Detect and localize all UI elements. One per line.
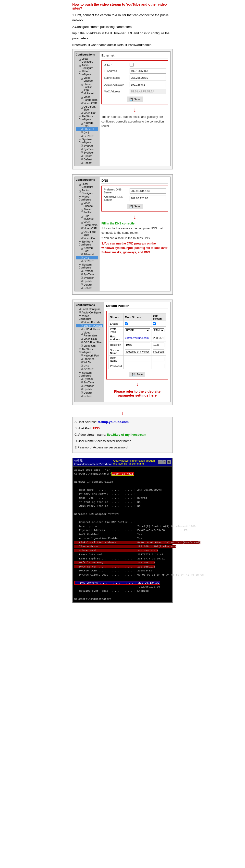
sidebar-item-default1[interactable]: ☑Default bbox=[76, 158, 98, 161]
ip-input[interactable] bbox=[130, 68, 166, 73]
s3-ethernet[interactable]: ☑Ethernet bbox=[76, 357, 103, 361]
s3-video-cat[interactable]: ▼ Video Configure bbox=[76, 314, 103, 320]
s2-encode[interactable]: ☑Video Encode bbox=[76, 201, 98, 208]
s3-syscfg-cat[interactable]: ▼ System Configure bbox=[76, 371, 103, 377]
sidebar-item-rtp1[interactable]: ☑RTP Multicast bbox=[76, 89, 98, 95]
password-main-input[interactable] bbox=[125, 364, 150, 368]
dhcp-checkbox[interactable] bbox=[130, 63, 134, 67]
sidebar-item-audio[interactable]: ☑Audio Configure bbox=[76, 63, 98, 70]
port-main-input[interactable] bbox=[125, 343, 150, 347]
s2-ethernet[interactable]: ☑Ethernet bbox=[76, 253, 98, 256]
s3-dns[interactable]: ☑DNS bbox=[76, 364, 103, 368]
s2-gb[interactable]: ☑GB28181 bbox=[76, 259, 98, 263]
streamname-sub-input[interactable] bbox=[153, 349, 164, 354]
table-row: User Name bbox=[109, 355, 166, 363]
sidebar-item-netport1[interactable]: ☑Network Port bbox=[76, 121, 98, 127]
alt-dns-input[interactable] bbox=[130, 196, 166, 201]
sidebar-item-osd1[interactable]: ☑Video OSD bbox=[76, 101, 98, 105]
username-sub-input[interactable] bbox=[153, 357, 164, 361]
s3-audio[interactable]: ☑Audio Configure bbox=[76, 311, 103, 314]
sidebar-item-gb1[interactable]: ☑GB28181 bbox=[76, 134, 98, 138]
s3-local[interactable]: ☑Local Configure bbox=[76, 307, 103, 311]
s2-systime[interactable]: ☑SysTime bbox=[76, 273, 98, 276]
arrow-down-4: ↓ bbox=[72, 410, 173, 416]
s3-reboot[interactable]: ☑Reboot bbox=[76, 394, 103, 398]
s3-osd[interactable]: ☑Video OSD bbox=[76, 337, 103, 341]
save-button-2[interactable]: 💾 Save bbox=[127, 204, 143, 209]
sidebar-item-vidparam1[interactable]: ☑Video Parameters bbox=[76, 95, 98, 101]
s2-osd[interactable]: ☑Video OSD bbox=[76, 227, 98, 230]
s2-stream[interactable]: ☑Stream Publish bbox=[76, 208, 98, 214]
sidebar-item-osdfs1[interactable]: ☑OSD Font Size bbox=[76, 105, 98, 111]
s3-network-cat[interactable]: ▼ NetWork Configure bbox=[76, 347, 103, 354]
sidebar-item-systime1[interactable]: ☑SysTime bbox=[76, 148, 98, 151]
save-button-1[interactable]: 💾 Save bbox=[127, 97, 143, 102]
sidebar-item-network-cat1[interactable]: ▼ NetWork Configure bbox=[76, 115, 98, 121]
checkbox-icon: ☑ bbox=[81, 106, 83, 109]
password-sub-input[interactable] bbox=[153, 364, 164, 368]
pref-dns-input[interactable] bbox=[130, 188, 166, 194]
s2-local[interactable]: ☑Local Configure bbox=[76, 182, 98, 188]
s3-vidparam[interactable]: ☑Video Parameters bbox=[76, 331, 103, 337]
s3-netport[interactable]: ☑Network Port bbox=[76, 354, 103, 357]
s3-systime[interactable]: ☑SysTime bbox=[76, 381, 103, 384]
sidebar-item-syscfg-cat1[interactable]: ▼ System Configure bbox=[76, 138, 98, 144]
cmd-minimize-btn[interactable]: _ bbox=[158, 460, 162, 464]
sidebar-item-dns-side1[interactable]: ☑DNS bbox=[76, 131, 98, 134]
sidebar-item-local[interactable]: ☑Local Configure bbox=[76, 57, 98, 63]
refer-text: Please refer to the video site parameter… bbox=[106, 390, 168, 397]
s2-rtp[interactable]: ☑RTP Multicast bbox=[76, 214, 98, 220]
proto-sub-select[interactable]: RTMP bbox=[153, 329, 164, 332]
s3-systattr[interactable]: ☑SystAttr bbox=[76, 377, 103, 381]
s3-rtp[interactable]: ☑RTP Multicast bbox=[76, 328, 103, 331]
streamname-main-input[interactable] bbox=[125, 349, 150, 354]
s3-default[interactable]: ☑Default bbox=[76, 391, 103, 394]
cmd-maximize-btn[interactable]: □ bbox=[162, 460, 166, 464]
cmd-line: IP Routing Enabled. . . . . . . . : No bbox=[74, 500, 171, 504]
port-sub-input[interactable] bbox=[153, 343, 164, 347]
save-button-3[interactable]: 💾 Save bbox=[129, 372, 145, 377]
sidebar-1: Configurations ☑Local Configure ☑Audio C… bbox=[75, 52, 100, 166]
proto-main-select[interactable]: RTMP bbox=[125, 329, 150, 332]
s3-gb[interactable]: ☑GB28181 bbox=[76, 368, 103, 371]
s2-vidout[interactable]: ☑Video Out bbox=[76, 237, 98, 240]
cmd-close-btn[interactable]: ✕ bbox=[167, 460, 171, 464]
sidebar-item-stream1[interactable]: ☑Stream Publish bbox=[76, 83, 98, 89]
s2-syscfg-cat[interactable]: ▼ System Configure bbox=[76, 263, 98, 269]
sidebar-item-encode[interactable]: ☑Video Encode bbox=[76, 76, 98, 83]
s2-dns-active[interactable]: ☑DNS bbox=[76, 256, 98, 259]
s2-network-cat[interactable]: ▼ NetWork Configure bbox=[76, 240, 98, 246]
sidebar-item-vidout1[interactable]: ☑Video Out bbox=[76, 111, 98, 115]
enable-sub-checkbox[interactable] bbox=[153, 322, 156, 325]
s2-reboot[interactable]: ☑Reboot bbox=[76, 286, 98, 290]
s2-sysuser[interactable]: ☑SysUser bbox=[76, 276, 98, 279]
s3-update[interactable]: ☑Update bbox=[76, 388, 103, 391]
username-main-input[interactable] bbox=[125, 357, 150, 361]
sidebar-item-reboot1[interactable]: ☑Reboot bbox=[76, 161, 98, 164]
gateway-input[interactable] bbox=[130, 82, 166, 87]
s2-audio[interactable]: ☑Audio Configure bbox=[76, 188, 98, 195]
enable-main-checkbox[interactable] bbox=[125, 322, 128, 325]
s3-osdfs[interactable]: ☑OSD Font Size bbox=[76, 341, 103, 344]
sidebar-item-video-cat[interactable]: ▼ Video Configure bbox=[76, 70, 98, 76]
s2-osdfs[interactable]: ☑OSD Font Size bbox=[76, 230, 98, 237]
sidebar-item-ethernet1[interactable]: ☑Ethernet bbox=[76, 127, 98, 131]
host-sub-input[interactable] bbox=[153, 336, 164, 340]
s2-update[interactable]: ☑Update bbox=[76, 279, 98, 283]
s2-netport[interactable]: ☑Network Port bbox=[76, 246, 98, 253]
s2-video-cat[interactable]: ▼ Video Configure bbox=[76, 195, 98, 201]
s3-wlan[interactable]: ☑WLAN bbox=[76, 361, 103, 364]
cmd-line-dns: DNS Servers . . . . . . . . . . . : 202.… bbox=[74, 581, 171, 585]
s3-vidout[interactable]: ☑Video Out bbox=[76, 344, 103, 347]
sidebar-item-update1[interactable]: ☑Update bbox=[76, 154, 98, 158]
s2-vidparam[interactable]: ☑Video Parameters bbox=[76, 220, 98, 227]
s2-default[interactable]: ☑Default bbox=[76, 283, 98, 286]
s2-systattr[interactable]: ☑SystAttr bbox=[76, 269, 98, 273]
sidebar-item-systattr1[interactable]: ☑SystAttr bbox=[76, 144, 98, 148]
s3-sysuser[interactable]: ☑SysUser bbox=[76, 384, 103, 388]
subnet-input[interactable] bbox=[130, 75, 166, 81]
s3-encode[interactable]: ☑Video Encode bbox=[76, 320, 103, 324]
sidebar-item-sysuser1[interactable]: ☑SysUser bbox=[76, 151, 98, 154]
s3-stream-active[interactable]: ☑Stream Publish bbox=[76, 324, 103, 328]
checkbox-icon: ☑ bbox=[81, 276, 83, 279]
